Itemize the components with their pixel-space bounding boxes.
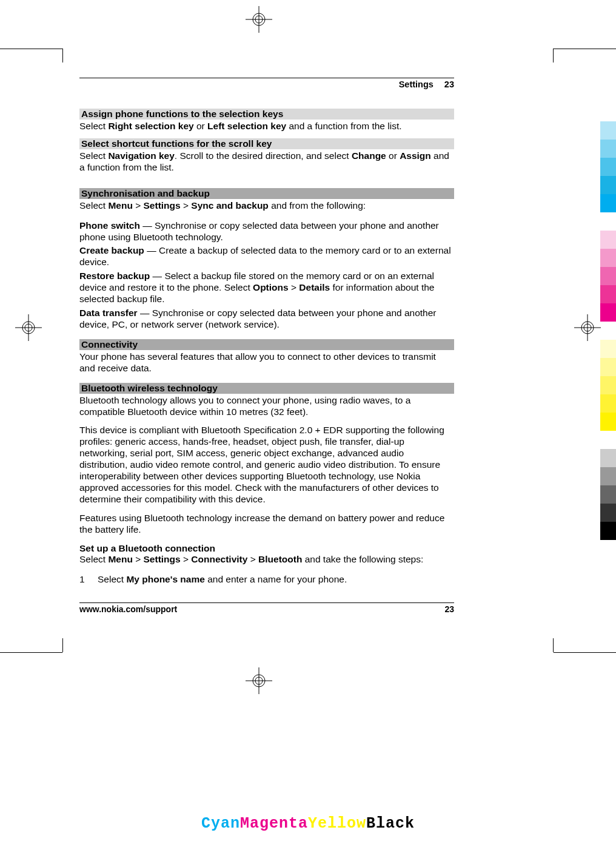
para-shortcut-scroll: Select Navigation key. Scroll to the des…: [79, 150, 454, 174]
item-phone-switch: Phone switch — Synchronise or copy selec…: [79, 220, 454, 243]
color-swatch: [600, 176, 616, 194]
color-swatch: [600, 504, 616, 522]
section-title: Settings: [399, 79, 434, 89]
crop-mark: [62, 638, 63, 652]
heading-bluetooth: Bluetooth wireless technology: [79, 383, 454, 394]
color-swatch: [600, 140, 616, 158]
para-bt-spec: This device is compliant with Bluetooth …: [79, 425, 454, 505]
crop-mark: [554, 49, 616, 49]
registration-mark-icon: [246, 6, 272, 33]
crop-mark: [553, 638, 554, 652]
color-swatch: [600, 358, 616, 376]
crop-mark: [0, 652, 62, 653]
color-swatch: [600, 303, 616, 322]
color-bars: [600, 121, 616, 540]
running-head: Settings23: [79, 78, 454, 92]
page-frame: Settings23 Assign phone functions to the…: [79, 78, 454, 614]
heading-shortcut-scroll: Select shortcut functions for the scroll…: [79, 138, 454, 149]
para-bt-setup: Select Menu > Settings > Connectivity > …: [79, 554, 454, 565]
registration-mark-icon: [574, 314, 601, 341]
color-swatch: [600, 158, 616, 176]
color-swatch: [600, 394, 616, 413]
para-bt-intro: Bluetooth technology allows you to conne…: [79, 395, 454, 418]
para-connectivity: Your phone has several features that all…: [79, 351, 454, 374]
black-label: Black: [366, 815, 415, 832]
color-swatch: [600, 340, 616, 358]
color-swatch: [600, 285, 616, 303]
page-number-top: 23: [444, 79, 454, 89]
footer: www.nokia.com/support 23: [79, 602, 454, 614]
registration-mark-icon: [246, 667, 272, 694]
color-swatch: [600, 121, 616, 140]
color-swatch: [600, 485, 616, 504]
registration-mark-icon: [15, 314, 42, 341]
crop-mark: [554, 652, 616, 653]
heading-connectivity: Connectivity: [79, 339, 454, 350]
yellow-label: Yellow: [308, 815, 366, 832]
item-create-backup: Create backup — Create a backup of selec…: [79, 245, 454, 268]
heading-assign-keys: Assign phone functions to the selection …: [79, 109, 454, 120]
item-restore-backup: Restore backup — Select a backup file st…: [79, 271, 454, 305]
heading-sync-backup: Synchronisation and backup: [79, 188, 454, 199]
color-swatch: [600, 413, 616, 431]
color-swatch: [600, 249, 616, 267]
crop-mark: [553, 49, 554, 62]
color-swatch: [600, 231, 616, 249]
footer-url: www.nokia.com/support: [79, 604, 177, 614]
cyan-label: Cyan: [201, 815, 240, 832]
item-data-transfer: Data transfer — Synchronise or copy sele…: [79, 308, 454, 331]
crop-mark: [0, 49, 62, 49]
color-swatch: [600, 267, 616, 285]
color-swatch: [600, 522, 616, 540]
para-assign-keys: Select Right selection key or Left selec…: [79, 121, 454, 132]
color-swatch: [600, 376, 616, 394]
cmyk-label: CyanMagentaYellowBlack: [0, 815, 616, 832]
step-number: 1: [79, 574, 98, 585]
color-swatch: [600, 194, 616, 212]
step-text: Select My phone's name and enter a name …: [98, 574, 347, 585]
crop-mark: [62, 49, 63, 62]
color-swatch: [600, 467, 616, 485]
step-1: 1 Select My phone's name and enter a nam…: [79, 574, 454, 585]
footer-page: 23: [444, 604, 454, 614]
heading-bt-setup: Set up a Bluetooth connection: [79, 543, 454, 555]
para-sync-backup-intro: Select Menu > Settings > Sync and backup…: [79, 200, 454, 212]
color-swatch: [600, 449, 616, 467]
magenta-label: Magenta: [240, 815, 308, 832]
para-bt-battery: Features using Bluetooth technology incr…: [79, 513, 454, 536]
